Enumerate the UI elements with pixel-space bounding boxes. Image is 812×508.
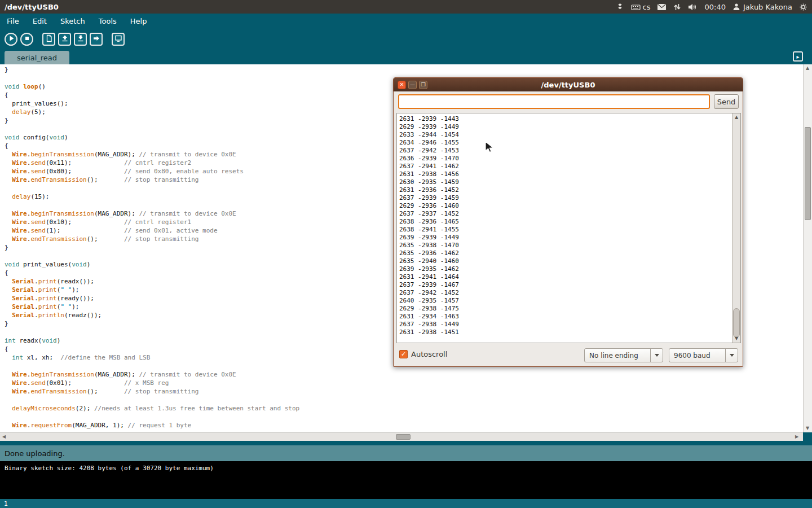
serial-monitor-titlebar[interactable]: /dev/ttyUSB0 ✕ — ❒ [394, 78, 743, 91]
system-tray: cs 00:40 Jakub Kakona [616, 3, 807, 11]
serial-data-line: 2637 -2941 -1462 [399, 163, 732, 170]
code-line: } [5, 65, 803, 74]
session-gear-icon[interactable] [799, 3, 807, 11]
console-output: Binary sketch size: 4208 bytes (of a 307… [0, 461, 812, 499]
menu-bar: FileEditSketchToolsHelp [0, 14, 812, 29]
serial-data-line: 2634 -2946 -1455 [399, 139, 732, 147]
serial-data-line: 2631 -2934 -1463 [399, 313, 732, 321]
dropbox-icon[interactable] [616, 3, 624, 11]
serial-data-line: 2631 -2938 -1451 [399, 329, 732, 336]
menu-help[interactable]: Help [123, 14, 154, 28]
editor-vertical-scrollbar[interactable]: ▲ ▼ [803, 64, 812, 432]
baud-rate-dropdown[interactable]: 9600 baud [669, 348, 738, 362]
maximize-icon[interactable]: ❒ [419, 81, 427, 89]
current-line-number: 1 [4, 500, 8, 507]
system-top-bar: /dev/ttyUSB0 cs 00:40 Jakub Kakona [0, 0, 812, 14]
keyboard-layout-indicator[interactable]: cs [631, 3, 651, 11]
code-line [5, 413, 803, 421]
status-bar: Done uploading. [0, 445, 812, 461]
user-menu[interactable]: Jakub Kakona [732, 3, 792, 11]
tab-serial-read[interactable]: serial_read [5, 51, 69, 64]
serial-monitor-controls: ✓ Autoscroll No line ending 9600 baud [394, 348, 744, 363]
user-icon [732, 3, 740, 11]
serial-output-area[interactable]: 2631 -2939 -14432629 -2939 -14492633 -29… [396, 113, 741, 343]
user-name: Jakub Kakona [743, 3, 792, 11]
mail-icon[interactable] [657, 3, 667, 11]
dropdown-arrow-button[interactable] [725, 349, 738, 362]
code-line: Wire.endTransmission(); // stop transmit… [5, 387, 803, 396]
scroll-down-icon[interactable]: ▼ [732, 335, 740, 343]
serial-data-line: 2638 -2936 -1465 [399, 218, 732, 226]
new-document-icon [45, 34, 53, 45]
autoscroll-checkbox[interactable]: ✓ [399, 350, 408, 358]
verify-play-icon [7, 34, 15, 45]
save-sketch-button[interactable] [74, 33, 87, 46]
serial-data-line: 2629 -2939 -1449 [399, 123, 732, 131]
vertical-scrollbar-thumb[interactable] [805, 127, 811, 220]
baud-rate-value: 9600 baud [669, 352, 725, 360]
serial-data-line: 2631 -2938 -1456 [399, 170, 732, 178]
scroll-right-icon[interactable]: ▶ [795, 434, 798, 439]
code-line: Wire.requestFrom(MAG_ADDR, 1); // reques… [5, 421, 803, 430]
send-button[interactable]: Send [714, 94, 739, 109]
serial-monitor-icon [114, 34, 122, 45]
serial-data-line: 2631 -2939 -1443 [399, 115, 732, 123]
serial-data-line: 2635 -2938 -1470 [399, 242, 732, 249]
scroll-left-icon[interactable]: ◀ [2, 434, 6, 439]
serial-data-line: 2639 -2939 -1449 [399, 234, 732, 242]
serial-data-line: 2637 -2938 -1449 [399, 321, 732, 329]
upload-right-arrow-icon [92, 34, 100, 45]
serial-data-line: 2637 -2939 -1467 [399, 281, 732, 289]
scroll-down-icon[interactable]: ▼ [806, 426, 809, 431]
save-down-arrow-icon [77, 34, 85, 45]
scroll-up-icon[interactable]: ▲ [806, 65, 809, 71]
status-message: Done uploading. [5, 449, 65, 458]
dropdown-arrow-button[interactable] [650, 349, 663, 362]
serial-data-line: 2639 -2935 -1462 [399, 265, 732, 273]
serial-data-line: 2638 -2941 -1455 [399, 226, 732, 234]
serial-monitor-window: /dev/ttyUSB0 ✕ — ❒ Send 2631 -2939 -1443… [393, 77, 743, 367]
menu-edit[interactable]: Edit [26, 14, 54, 28]
verify-button[interactable] [5, 33, 17, 46]
network-arrows-icon[interactable] [673, 3, 681, 11]
editor-horizontal-scrollbar[interactable]: ◀ ▶ [0, 432, 803, 441]
mouse-cursor [485, 141, 495, 156]
serial-data-line: 2633 -2944 -1454 [399, 131, 732, 139]
menu-file[interactable]: File [0, 14, 26, 28]
serial-send-input[interactable] [398, 94, 710, 109]
serial-data-line: 2637 -2942 -1453 [399, 147, 732, 155]
chevron-down-icon [730, 354, 734, 357]
serial-data-line: 2640 -2935 -1457 [399, 297, 732, 305]
menu-sketch[interactable]: Sketch [54, 14, 92, 28]
horizontal-scrollbar-thumb[interactable] [396, 434, 411, 440]
clock[interactable]: 00:40 [704, 3, 725, 11]
close-icon[interactable]: ✕ [398, 81, 406, 89]
serial-output-scrollbar[interactable]: ▲ ▼ [732, 113, 740, 343]
chevron-down-icon [655, 354, 659, 357]
toolbar [0, 29, 812, 50]
serial-data-line: 2630 -2935 -1459 [399, 178, 732, 186]
scroll-up-icon[interactable]: ▲ [732, 113, 740, 121]
serial-data-line: 2631 -2936 -1452 [399, 186, 732, 194]
line-ending-dropdown[interactable]: No line ending [584, 348, 663, 362]
serial-data-line: 2636 -2939 -1470 [399, 155, 732, 163]
serial-scrollbar-thumb[interactable] [733, 308, 740, 338]
serial-data-line: 2637 -2942 -1452 [399, 289, 732, 297]
serial-data-line: 2629 -2938 -1475 [399, 305, 732, 313]
chrome-divider [0, 441, 812, 445]
serial-monitor-button[interactable] [112, 33, 125, 46]
menu-tools[interactable]: Tools [92, 14, 123, 28]
minimize-icon[interactable]: — [408, 81, 417, 89]
serial-data-line: 2629 -2936 -1460 [399, 202, 732, 210]
tab-menu-button[interactable]: ▸ [793, 51, 803, 62]
console-text: Binary sketch size: 4208 bytes (of a 307… [5, 465, 214, 472]
upload-button[interactable] [90, 33, 103, 46]
serial-monitor-title: /dev/ttyUSB0 [394, 81, 743, 89]
open-sketch-button[interactable] [58, 33, 71, 46]
new-sketch-button[interactable] [42, 33, 55, 46]
serial-data-line: 2635 -2940 -1460 [399, 257, 732, 265]
keyboard-layout-label: cs [643, 3, 651, 11]
stop-button[interactable] [20, 33, 33, 46]
serial-data-line: 2637 -2939 -1459 [399, 194, 732, 202]
volume-icon[interactable] [688, 3, 698, 11]
